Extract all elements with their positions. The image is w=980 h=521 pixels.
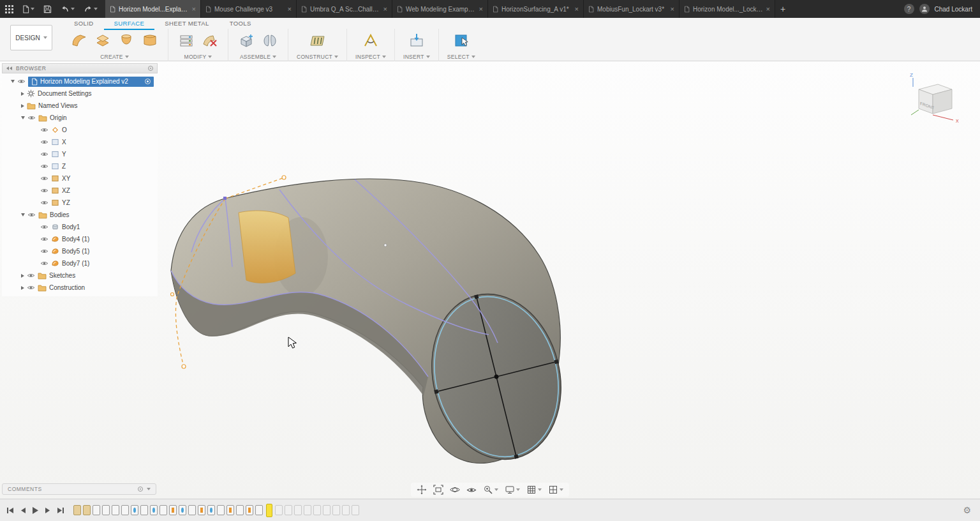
trim-icon[interactable] <box>200 31 219 51</box>
comments-options-icon[interactable] <box>138 487 143 492</box>
timeline-feature[interactable] <box>217 505 225 515</box>
visibility-eye-icon[interactable] <box>17 79 26 84</box>
app-grid-menu-icon[interactable] <box>5 5 13 13</box>
new-tab-button[interactable]: + <box>775 0 791 18</box>
press-pull-icon[interactable] <box>177 31 196 51</box>
visibility-eye-icon[interactable] <box>40 163 48 169</box>
timeline-feature[interactable] <box>102 505 110 515</box>
document-tab-2[interactable]: Mouse Challenge v3 × <box>201 0 297 18</box>
timeline-feature[interactable] <box>246 505 253 515</box>
timeline-feature[interactable] <box>93 505 100 515</box>
expand-arrow-icon[interactable] <box>21 92 24 96</box>
timeline-step-back-icon[interactable] <box>20 507 26 514</box>
timeline-feature[interactable] <box>160 505 167 515</box>
timeline-feature[interactable] <box>275 505 283 515</box>
document-tab-5[interactable]: HorizonSurfacing_A v1* × <box>488 0 584 18</box>
group-inspect-menu[interactable]: INSPECT <box>355 52 386 61</box>
construction-point[interactable] <box>171 293 174 296</box>
close-icon[interactable]: × <box>479 6 483 13</box>
pan-icon[interactable] <box>415 484 429 495</box>
group-construct-menu[interactable]: CONSTRUCT <box>297 52 338 61</box>
workspace-switcher[interactable]: DESIGN <box>10 25 52 50</box>
timeline-feature[interactable] <box>121 505 129 515</box>
close-icon[interactable]: × <box>288 6 292 13</box>
tree-item-origin[interactable]: Origin <box>2 112 158 124</box>
group-modify-menu[interactable]: MODIFY <box>184 52 212 61</box>
patch-icon[interactable] <box>70 31 89 51</box>
timeline-feature[interactable] <box>169 505 177 515</box>
tree-item-plane-yz[interactable]: YZ <box>2 197 158 209</box>
timeline-feature[interactable] <box>83 505 91 515</box>
timeline-feature[interactable] <box>352 505 359 515</box>
revolve-surface-icon[interactable] <box>117 31 136 51</box>
visibility-eye-icon[interactable] <box>40 248 48 254</box>
panel-options-icon[interactable] <box>148 66 153 71</box>
group-assemble-menu[interactable]: ASSEMBLE <box>240 52 276 61</box>
close-icon[interactable]: × <box>671 6 674 13</box>
tree-item-named-views[interactable]: Named Views <box>2 100 158 112</box>
timeline-feature[interactable] <box>73 505 81 515</box>
undo-caret-icon[interactable] <box>71 8 75 10</box>
timeline-gear-icon[interactable]: ⚙ <box>963 505 980 515</box>
avatar[interactable] <box>919 4 930 14</box>
timeline-feature[interactable] <box>188 505 196 515</box>
timeline-feature[interactable] <box>332 505 340 515</box>
look-at-icon[interactable] <box>464 486 479 494</box>
surface-point[interactable] <box>384 244 387 246</box>
close-icon[interactable]: × <box>192 6 196 13</box>
visibility-eye-icon[interactable] <box>27 212 36 218</box>
insert-icon[interactable] <box>407 31 426 51</box>
construction-point[interactable] <box>182 365 186 368</box>
construction-point[interactable] <box>282 176 286 179</box>
spline-handle[interactable] <box>223 197 226 200</box>
file-menu-icon[interactable] <box>22 5 34 13</box>
document-tab-1[interactable]: Horizon Model...Explained v2* × <box>105 0 201 18</box>
timeline-feature[interactable] <box>150 505 158 515</box>
loft-surface-icon[interactable] <box>140 31 160 51</box>
timeline-feature[interactable] <box>179 505 186 515</box>
visibility-eye-icon[interactable] <box>27 115 36 121</box>
visibility-eye-icon[interactable] <box>27 273 35 278</box>
measure-icon[interactable] <box>361 31 380 51</box>
document-tab-3[interactable]: Umbra Q_A Sc...Challenge v2 × <box>297 0 392 18</box>
visibility-eye-icon[interactable] <box>40 224 48 230</box>
tree-item-document-settings[interactable]: Document Settings <box>2 87 158 100</box>
visibility-eye-icon[interactable] <box>40 236 48 242</box>
document-tab-6[interactable]: MobiusFun_Lockart v3* × <box>584 0 679 18</box>
comments-caret-icon[interactable] <box>147 488 151 490</box>
tree-item-root-component[interactable]: Horizon Modeling Explained v2 <box>2 75 158 87</box>
timeline-feature[interactable] <box>112 505 119 515</box>
orbit-icon[interactable] <box>448 484 462 495</box>
timeline-go-to-end-icon[interactable] <box>57 507 64 514</box>
timeline-feature[interactable] <box>198 505 205 515</box>
tree-item-bodies[interactable]: Bodies <box>2 209 158 221</box>
document-tab-7[interactable]: Horizon Model..._Lockart v4* × <box>679 0 775 18</box>
display-settings-icon[interactable] <box>503 484 522 495</box>
group-select-menu[interactable]: SELECT <box>447 52 475 61</box>
timeline-feature[interactable] <box>226 505 234 515</box>
collapse-panel-icon[interactable] <box>6 66 12 70</box>
expand-arrow-icon[interactable] <box>11 80 15 83</box>
tree-item-plane-xz[interactable]: XZ <box>2 185 158 197</box>
tree-item-axis-z[interactable]: Z <box>2 160 158 172</box>
redo-caret-icon[interactable] <box>94 8 98 10</box>
timeline-feature[interactable] <box>131 505 138 515</box>
tree-item-axis-x[interactable]: X <box>2 136 158 148</box>
visibility-eye-icon[interactable] <box>40 200 48 206</box>
save-icon[interactable] <box>43 5 52 13</box>
group-insert-menu[interactable]: INSERT <box>403 52 430 61</box>
timeline-step-forward-icon[interactable] <box>45 507 51 514</box>
visibility-eye-icon[interactable] <box>40 176 48 181</box>
visibility-eye-icon[interactable] <box>40 127 48 133</box>
undo-icon[interactable] <box>61 5 75 13</box>
tree-item-axis-y[interactable]: Y <box>2 148 158 160</box>
timeline-play-icon[interactable] <box>32 506 39 515</box>
timeline-feature[interactable] <box>236 505 244 515</box>
user-name[interactable]: Chad Lockart <box>935 6 972 13</box>
help-icon[interactable]: ? <box>904 4 914 14</box>
timeline-feature[interactable] <box>294 505 302 515</box>
group-create-menu[interactable]: CREATE <box>100 52 129 61</box>
visibility-eye-icon[interactable] <box>40 188 48 193</box>
visibility-eye-icon[interactable] <box>27 285 35 291</box>
timeline-feature[interactable] <box>255 505 263 515</box>
